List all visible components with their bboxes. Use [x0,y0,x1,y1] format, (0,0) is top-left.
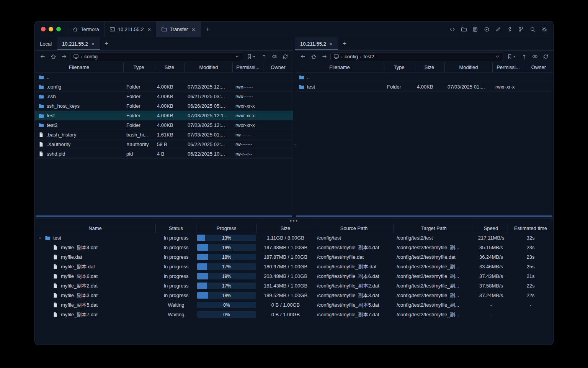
home-button[interactable] [49,52,58,61]
new-tab-button[interactable]: + [338,37,351,50]
chevron-down-icon[interactable] [234,54,240,59]
breadcrumb-item[interactable]: test2 [363,54,374,59]
column-header-modified[interactable]: Modified [185,62,233,72]
file-row[interactable]: .. [295,72,553,82]
settings-icon [541,26,547,32]
path-bar[interactable]: ›config [70,52,243,61]
transfer-status: Waiting [156,312,196,317]
bookmark-button[interactable] [505,52,518,61]
tab-local[interactable]: Local [35,37,57,50]
edit-button[interactable] [493,25,503,34]
file-row[interactable]: sshd.pidpid4 B06/22/2025 10:...rw-r--r-- [35,149,293,159]
search-button[interactable] [528,25,537,34]
file-row[interactable]: .bash_historybash_hi...1.61KB07/03/2025 … [35,130,293,140]
forward-button[interactable] [320,52,329,61]
back-button[interactable] [38,52,47,61]
transfer-status: In progress [156,273,196,279]
new-window-tab-button[interactable]: + [201,21,215,37]
home-button[interactable] [309,52,318,61]
branch-button[interactable] [516,25,526,34]
column-header-type[interactable]: Type [384,62,414,72]
column-header-name[interactable]: Name [35,223,156,233]
file-row[interactable]: testFolder4.00KB07/03/2025 12:1...rwxr-x… [35,111,293,120]
clipboard-button[interactable] [470,25,480,34]
file-row[interactable]: .. [35,72,293,82]
back-button[interactable] [298,52,307,61]
key-button[interactable] [505,25,514,34]
show-hidden-button[interactable] [530,52,539,61]
column-header-estimated-time[interactable]: Estimated time [508,223,553,233]
column-header-owner[interactable]: Owner [263,62,293,72]
close-icon[interactable]: × [330,41,333,47]
tab-10-211-55-2[interactable]: 10.211.55.2× [295,37,338,50]
column-header-type[interactable]: Type [124,62,154,72]
column-header-size[interactable]: Size [414,62,445,72]
settings-button[interactable] [539,25,549,34]
transfer-row[interactable]: myfile_副本7.datWaiting0%0 B / 1.00GB/conf… [35,310,553,319]
forward-icon [61,54,67,59]
horizontal-scrollbar[interactable] [296,215,552,217]
bookmark-button[interactable] [245,52,258,61]
titlebar-tab-termora[interactable]: Termora [67,21,105,37]
column-header-target-path[interactable]: Target Path [394,223,474,233]
vertical-splitter[interactable]: ⋮ [293,37,295,218]
column-header-source-path[interactable]: Source Path [314,223,394,233]
chevron-down-icon[interactable] [495,54,500,59]
transfer-row[interactable]: myfile_副本6.datIn progress19%203.48MB / 1… [35,271,553,281]
refresh-button[interactable] [541,52,550,61]
column-header-status[interactable]: Status [156,223,196,233]
column-header-permissi[interactable]: Permissi... [493,62,524,72]
close-icon[interactable]: × [147,26,151,32]
file-row[interactable]: testFolder4.00KB07/03/2025 01:...rwxr-xr… [295,82,553,92]
folder-outline-button[interactable] [459,25,468,34]
column-header-size[interactable]: Size [154,62,185,72]
tab-10-211-55-2[interactable]: 10.211.55.2× [57,37,100,50]
show-hidden-button[interactable] [270,52,279,61]
file-row[interactable]: ssh_host_keysFolder4.00KB06/26/2025 05:.… [35,101,293,111]
column-header-modified[interactable]: Modified [445,62,493,72]
file-row[interactable]: test2Folder4.00KB07/03/2025 12:...rwxr-x… [35,120,293,130]
transfer-row[interactable]: myfile_副本.datIn progress17%180.97MB / 1.… [35,262,553,271]
column-header-progress[interactable]: Progress [196,223,257,233]
transfer-row[interactable]: myfile_副本2.datIn progress17%181.43MB / 1… [35,281,553,291]
titlebar-tab-transfer[interactable]: Transfer× [156,21,201,37]
bookmark-icon [247,54,252,59]
titlebar-tab-10-211-55-2[interactable]: 10.211.55.2× [105,21,156,37]
column-header-speed[interactable]: Speed [474,223,508,233]
transfer-row[interactable]: myfile_副本4.datIn progress19%197.48MB / 1… [35,243,553,252]
refresh-button[interactable] [281,52,290,61]
folder-outline-icon [461,26,467,32]
zoom-window-button[interactable] [56,27,61,31]
column-header-size[interactable]: Size [257,223,314,233]
column-header-owner[interactable]: Owner [524,62,553,72]
minimize-window-button[interactable] [49,27,53,31]
breadcrumb-item[interactable]: config [345,54,358,59]
file-row[interactable]: .XauthorityXauthority58 B06/22/2025 02:.… [35,140,293,149]
close-icon[interactable]: × [91,41,95,47]
transfer-target-path: /config/test2/test/myfile_副... [394,263,474,270]
forward-button[interactable] [59,52,69,61]
path-bar[interactable]: ›config›test2 [330,52,503,61]
up-button[interactable] [519,52,529,61]
clipboard-icon [472,26,478,32]
new-tab-button[interactable]: + [100,37,113,50]
tab-label: Local [40,41,52,47]
code-button[interactable] [448,25,457,34]
column-header-filename[interactable]: Filename [35,62,124,72]
close-window-button[interactable] [41,27,46,31]
file-row[interactable]: .configFolder4.00KB07/02/2025 12:...rwx-… [35,82,293,92]
up-button[interactable] [259,52,268,61]
horizontal-splitter[interactable]: ●●● [35,219,553,223]
record-button[interactable] [482,25,491,34]
close-icon[interactable]: × [192,26,195,32]
transfer-row[interactable]: myfile.datIn progress18%187.87MB / 1.00G… [35,252,553,262]
chevron-down-icon[interactable] [38,236,42,240]
column-header-permissi[interactable]: Permissi... [233,62,263,72]
transfer-row[interactable]: myfile_副本5.datWaiting0%0 B / 1.00GB/conf… [35,300,553,310]
file-row[interactable]: .sshFolder4.00KB06/21/2025 03:...rwx----… [35,92,293,101]
transfer-row[interactable]: myfile_副本3.datIn progress18%189.52MB / 1… [35,291,553,300]
column-header-filename[interactable]: Filename [295,62,384,72]
transfer-row[interactable]: testIn progress13%1.11GB / 8.00GB/config… [35,233,553,243]
breadcrumb-item[interactable]: config [84,54,98,59]
horizontal-scrollbar[interactable] [36,215,292,217]
